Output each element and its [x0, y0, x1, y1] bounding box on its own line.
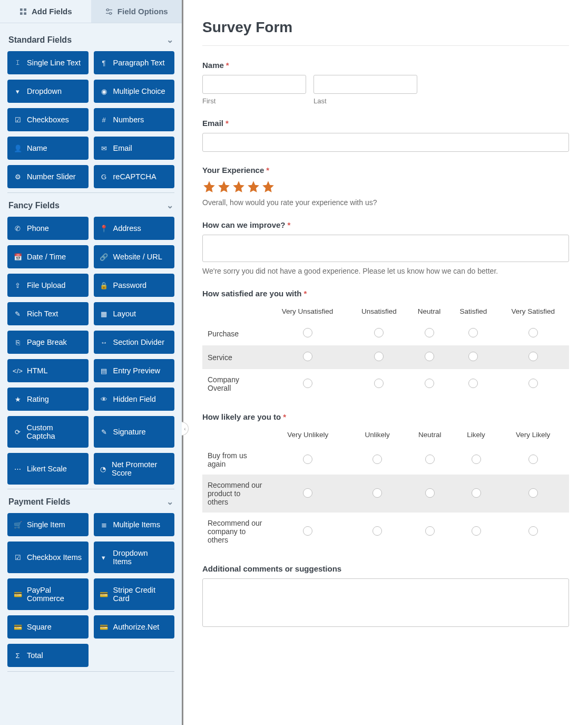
- likert-radio[interactable]: [528, 526, 538, 536]
- field-email[interactable]: Email*: [202, 119, 569, 152]
- field-satisfied[interactable]: How satisfied are you with* Very Unsatis…: [202, 289, 569, 399]
- field-type-button[interactable]: ΣTotal: [7, 644, 89, 667]
- field-likely[interactable]: How likely are you to* Very UnlikelyUnli…: [202, 412, 569, 550]
- likert-radio[interactable]: [425, 455, 435, 464]
- field-type-button[interactable]: ⚙Number Slider: [7, 165, 89, 188]
- likert-radio[interactable]: [472, 455, 481, 464]
- email-input[interactable]: [202, 133, 569, 152]
- field-type-label: Website / URL: [113, 253, 162, 261]
- section-standard-header[interactable]: Standard Fields ⌄: [7, 30, 174, 51]
- tab-options-label: Field Options: [117, 7, 168, 16]
- field-name[interactable]: Name* First Last: [202, 61, 569, 105]
- svg-rect-2: [20, 12, 23, 15]
- field-type-button[interactable]: ☑Checkboxes: [7, 108, 89, 131]
- tab-add-fields[interactable]: Add Fields: [0, 0, 91, 23]
- field-type-button[interactable]: ⇧File Upload: [7, 274, 89, 297]
- likert-radio[interactable]: [303, 455, 312, 464]
- field-type-button[interactable]: ¶Paragraph Text: [94, 51, 175, 74]
- likert-radio[interactable]: [303, 328, 312, 337]
- likely-label: How likely are you to*: [202, 412, 569, 421]
- field-type-button[interactable]: 🛒Single Item: [7, 513, 89, 536]
- star-icon[interactable]: [261, 180, 275, 195]
- tab-field-options[interactable]: Field Options: [91, 0, 182, 23]
- field-type-button[interactable]: ◉Multiple Choice: [94, 80, 175, 103]
- last-name-input[interactable]: [313, 75, 417, 94]
- field-type-button[interactable]: ⟳Custom Captcha: [7, 416, 89, 448]
- field-type-button[interactable]: 🔒Password: [94, 274, 175, 297]
- field-type-button[interactable]: ▾Dropdown Items: [94, 542, 175, 573]
- likert-radio[interactable]: [303, 526, 312, 536]
- field-type-button[interactable]: ≣Multiple Items: [94, 513, 175, 536]
- likert-radio[interactable]: [468, 379, 478, 388]
- likert-radio[interactable]: [425, 488, 435, 498]
- field-type-button[interactable]: 👤Name: [7, 137, 89, 160]
- improve-textarea[interactable]: [202, 235, 569, 262]
- rating-stars[interactable]: [202, 180, 569, 195]
- field-type-button[interactable]: 💳PayPal Commerce: [7, 578, 89, 610]
- likert-radio[interactable]: [528, 328, 538, 337]
- field-improve[interactable]: How can we improve?* We're sorry you did…: [202, 220, 569, 275]
- likert-radio[interactable]: [303, 488, 312, 498]
- likert-radio[interactable]: [303, 379, 312, 388]
- likert-radio[interactable]: [468, 328, 478, 337]
- likert-radio[interactable]: [528, 455, 538, 464]
- likert-radio[interactable]: [373, 488, 382, 498]
- likert-radio[interactable]: [472, 488, 481, 498]
- field-type-icon: ⇧: [14, 282, 22, 289]
- field-type-button[interactable]: ✎Signature: [94, 416, 175, 448]
- star-icon[interactable]: [217, 180, 231, 195]
- section-fancy-header[interactable]: Fancy Fields ⌄: [7, 195, 174, 217]
- field-type-button[interactable]: ▦Layout: [94, 302, 175, 325]
- field-type-button[interactable]: ☑Checkbox Items: [7, 542, 89, 573]
- field-type-label: Dropdown: [27, 87, 62, 95]
- field-type-button[interactable]: ↔Section Divider: [94, 331, 175, 354]
- field-type-button[interactable]: ⎘Page Break: [7, 331, 89, 354]
- field-type-button[interactable]: 𝙸Single Line Text: [7, 51, 89, 74]
- section-payment-header[interactable]: Payment Fields ⌄: [7, 491, 174, 513]
- field-type-button[interactable]: 📅Date / Time: [7, 245, 89, 268]
- field-type-button[interactable]: GreCAPTCHA: [94, 165, 175, 188]
- field-type-button[interactable]: ▤Entry Preview: [94, 359, 175, 382]
- likert-radio[interactable]: [425, 352, 434, 361]
- likert-row-label: Purchase: [202, 322, 266, 345]
- likert-radio[interactable]: [373, 455, 382, 464]
- comments-textarea[interactable]: [202, 578, 569, 627]
- likert-radio[interactable]: [468, 352, 478, 361]
- field-type-button[interactable]: 💳Stripe Credit Card: [94, 578, 175, 610]
- field-type-button[interactable]: #Numbers: [94, 108, 175, 131]
- field-type-button[interactable]: 💳Square: [7, 615, 89, 639]
- field-type-button[interactable]: 👁Hidden Field: [94, 388, 175, 411]
- likert-radio[interactable]: [425, 379, 434, 388]
- likert-radio[interactable]: [528, 352, 538, 361]
- field-comments[interactable]: Additional comments or suggestions: [202, 564, 569, 629]
- likert-radio[interactable]: [425, 526, 435, 536]
- field-type-button[interactable]: 🔗Website / URL: [94, 245, 175, 268]
- field-experience[interactable]: Your Experience* Overall, how would you …: [202, 166, 569, 207]
- divider: [7, 671, 174, 672]
- field-type-button[interactable]: ✎Rich Text: [7, 302, 89, 325]
- field-type-button[interactable]: ⋯Likert Scale: [7, 453, 89, 485]
- likert-radio[interactable]: [425, 328, 434, 337]
- likert-radio[interactable]: [373, 526, 382, 536]
- likert-radio[interactable]: [374, 328, 384, 337]
- star-icon[interactable]: [247, 180, 260, 195]
- field-type-button[interactable]: </>HTML: [7, 359, 89, 382]
- likert-radio[interactable]: [374, 379, 384, 388]
- field-type-button[interactable]: ✆Phone: [7, 217, 89, 240]
- email-label: Email*: [202, 119, 569, 128]
- likert-radio[interactable]: [528, 488, 538, 498]
- likert-radio[interactable]: [374, 352, 384, 361]
- field-type-button[interactable]: ◔Net Promoter Score: [94, 453, 175, 485]
- field-type-button[interactable]: 📍Address: [94, 217, 175, 240]
- field-type-button[interactable]: ▾Dropdown: [7, 80, 89, 103]
- field-type-button[interactable]: 💳Authorize.Net: [94, 615, 175, 639]
- star-icon[interactable]: [232, 180, 246, 195]
- likert-radio[interactable]: [472, 526, 481, 536]
- likert-radio[interactable]: [528, 379, 538, 388]
- field-type-button[interactable]: ✉Email: [94, 137, 175, 160]
- field-type-button[interactable]: ★Rating: [7, 388, 89, 411]
- experience-desc: Overall, how would you rate your experie…: [202, 198, 569, 207]
- likert-radio[interactable]: [303, 352, 312, 361]
- star-icon[interactable]: [202, 180, 216, 195]
- first-name-input[interactable]: [202, 75, 306, 94]
